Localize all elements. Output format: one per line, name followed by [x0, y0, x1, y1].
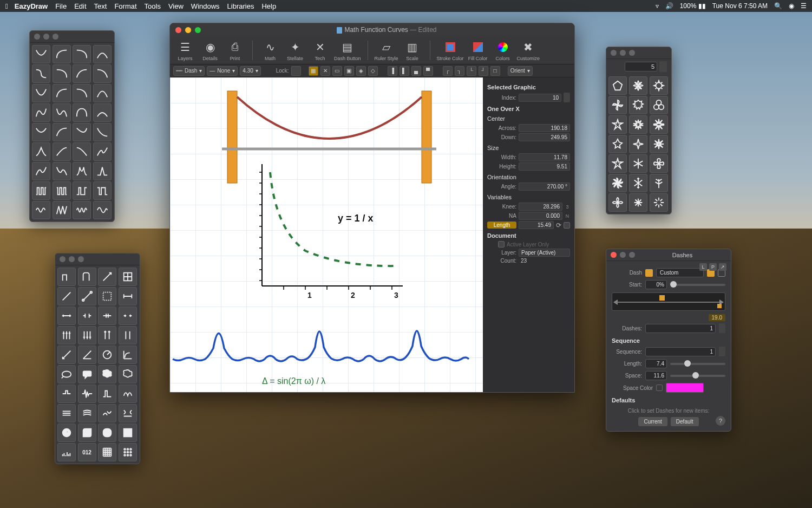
- length-slider[interactable]: [670, 363, 725, 365]
- align-btn[interactable]: ◇: [368, 66, 378, 76]
- zoom-icon[interactable]: [629, 252, 635, 258]
- zoom-icon[interactable]: [53, 34, 58, 40]
- width-value[interactable]: 11.78: [519, 153, 570, 161]
- height-value[interactable]: 9.51: [519, 162, 570, 171]
- current-button[interactable]: Current: [638, 417, 667, 426]
- minimize-icon[interactable]: [620, 252, 626, 258]
- knee-value[interactable]: 28.296: [519, 203, 562, 211]
- curve-tool[interactable]: [32, 123, 50, 141]
- zoom-icon[interactable]: [195, 27, 201, 33]
- curve-tool[interactable]: [93, 201, 112, 219]
- curve-tool[interactable]: [93, 84, 112, 102]
- dash-swatch[interactable]: [645, 269, 653, 277]
- tech-tool[interactable]: [98, 307, 116, 325]
- curve-tool[interactable]: [53, 103, 71, 122]
- tech-tool[interactable]: [57, 424, 76, 442]
- curve-tool[interactable]: [93, 64, 112, 83]
- curve-tool[interactable]: [73, 84, 91, 102]
- badge-icon[interactable]: [629, 96, 647, 114]
- ruler-style-button[interactable]: ▱Ruler Style: [375, 40, 398, 61]
- battery-status[interactable]: 100% ▮▮: [680, 2, 706, 10]
- tech-tool[interactable]: [98, 326, 116, 344]
- space-value[interactable]: 11.6: [645, 371, 667, 380]
- tech-tool[interactable]: [119, 385, 137, 403]
- curve-tool[interactable]: [32, 142, 50, 161]
- canvas[interactable]: y = 1 / x 1 2 3 Δ = sin(2π ω) / λ: [170, 77, 484, 393]
- tech-tool[interactable]: [119, 307, 137, 325]
- scale-button[interactable]: ▥Scale: [402, 40, 423, 61]
- star-outline-icon[interactable]: [608, 154, 627, 173]
- sequence-value[interactable]: 1: [645, 347, 716, 356]
- sparkle-icon[interactable]: [629, 193, 647, 212]
- tech-tool-012[interactable]: 012: [78, 443, 96, 461]
- curve-tool[interactable]: [73, 162, 91, 180]
- align-btn[interactable]: ◈: [356, 66, 366, 76]
- tech-tool-grid[interactable]: [98, 443, 116, 461]
- menu-help[interactable]: Help: [261, 2, 276, 10]
- space-slider[interactable]: [670, 375, 725, 377]
- trefoil-icon[interactable]: [650, 96, 668, 114]
- curve-tool[interactable]: [93, 45, 112, 63]
- star-icon[interactable]: [608, 115, 627, 134]
- tech-tool[interactable]: [78, 346, 96, 364]
- menu-text[interactable]: Text: [94, 2, 107, 10]
- curve-tool[interactable]: [53, 64, 71, 83]
- dashes-count-value[interactable]: 1: [645, 324, 716, 333]
- minimize-icon[interactable]: [69, 256, 75, 262]
- tech-tool[interactable]: [57, 346, 76, 364]
- shape-icon[interactable]: [629, 135, 647, 153]
- tech-tool[interactable]: [78, 365, 96, 383]
- menu-windows[interactable]: Windows: [191, 2, 220, 10]
- dash-preview[interactable]: [612, 292, 725, 311]
- shape-points-input[interactable]: [625, 62, 657, 71]
- panel-mode-icon[interactable]: P: [709, 263, 717, 271]
- clock[interactable]: Tue Nov 6 7:50 AM: [712, 2, 768, 10]
- tech-tool[interactable]: [57, 307, 76, 325]
- menu-edit[interactable]: Edit: [74, 2, 86, 10]
- flip-btn[interactable]: ▐: [388, 66, 397, 76]
- star8-icon[interactable]: [629, 115, 647, 134]
- swirl-icon[interactable]: [608, 193, 627, 212]
- dashes-stepper[interactable]: [719, 323, 725, 333]
- pentagon-icon[interactable]: [608, 76, 627, 95]
- help-button[interactable]: ?: [716, 416, 725, 426]
- snowflake-icon[interactable]: [629, 174, 647, 192]
- curve-tool[interactable]: [73, 64, 91, 83]
- customize-button[interactable]: ✖Customize: [517, 40, 540, 61]
- curve-tool[interactable]: [53, 181, 71, 200]
- tech-tool[interactable]: [119, 268, 137, 286]
- flip-btn[interactable]: ▌: [400, 66, 409, 76]
- align-btn[interactable]: ▦: [309, 66, 318, 76]
- curve-tool[interactable]: [73, 201, 91, 219]
- zoom-icon[interactable]: [629, 50, 635, 56]
- length-button[interactable]: Length: [487, 222, 516, 229]
- wifi-icon[interactable]: ▿: [656, 2, 659, 10]
- tech-tool[interactable]: [57, 287, 76, 305]
- corner-btn[interactable]: □: [490, 66, 500, 76]
- shape-icon[interactable]: [608, 135, 627, 153]
- colors-button[interactable]: Colors: [492, 40, 514, 61]
- menu-view[interactable]: View: [168, 2, 184, 10]
- dash-mode-select[interactable]: Custom: [656, 268, 704, 277]
- number-field[interactable]: 4.30▾: [240, 66, 260, 76]
- curve-tool[interactable]: [53, 142, 71, 161]
- tech-tool[interactable]: [57, 404, 76, 422]
- curve-tool[interactable]: [53, 123, 71, 141]
- layer-select[interactable]: Paper (Active): [519, 249, 570, 257]
- close-icon[interactable]: [175, 27, 181, 33]
- tech-tool[interactable]: [119, 404, 137, 422]
- close-icon[interactable]: [34, 34, 40, 40]
- tech-tool[interactable]: [98, 365, 116, 383]
- curve-tool[interactable]: [73, 142, 91, 161]
- curve-tool[interactable]: [93, 123, 112, 141]
- curve-tool[interactable]: [53, 201, 71, 219]
- curve-tool[interactable]: [32, 45, 50, 63]
- tech-tool[interactable]: [78, 287, 96, 305]
- siri-icon[interactable]: ◉: [789, 2, 794, 10]
- tech-tool[interactable]: [57, 326, 76, 344]
- default-button[interactable]: Default: [671, 417, 699, 426]
- index-value[interactable]: 10: [519, 94, 561, 102]
- curve-tool[interactable]: [53, 45, 71, 63]
- curve-tool[interactable]: [93, 181, 112, 200]
- minimize-icon[interactable]: [43, 34, 49, 40]
